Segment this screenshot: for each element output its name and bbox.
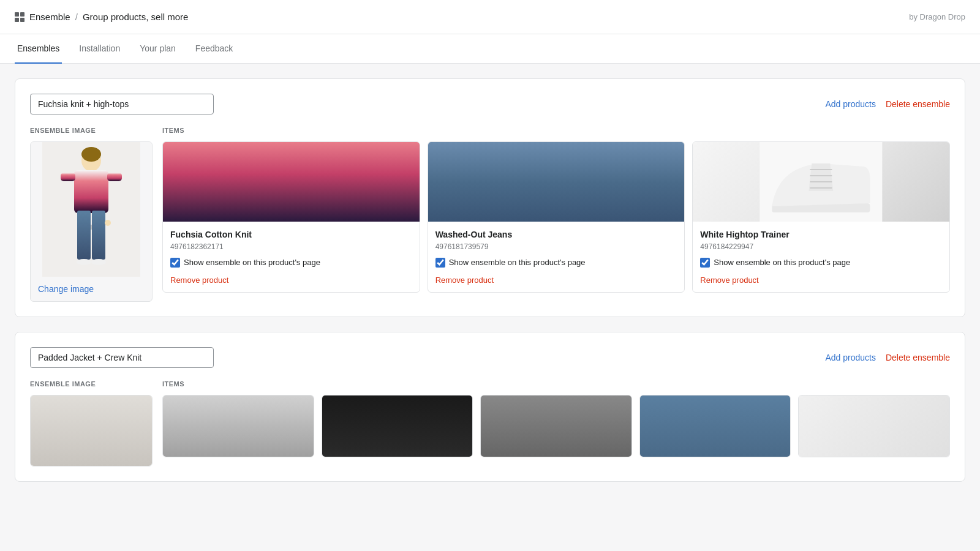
show-ensemble-checkbox-fuchsia-knit[interactable] <box>170 258 180 268</box>
tab-installation[interactable]: Installation <box>77 34 123 64</box>
delete-ensemble-button-2[interactable]: Delete ensemble <box>886 353 950 362</box>
svg-point-12 <box>91 259 106 265</box>
product-checkbox-row-jeans: Show ensemble on this product's page <box>435 257 677 268</box>
product-name-hightop: White Hightop Trainer <box>700 229 942 240</box>
partial-card-jacket <box>162 395 314 457</box>
grid-icon <box>15 12 24 22</box>
partial-card-bluejeans <box>639 395 791 457</box>
app-name: Ensemble <box>29 12 70 22</box>
change-image-link-1[interactable]: Change image <box>31 277 152 301</box>
ensemble-illustration-1 <box>42 142 140 277</box>
ensemble-name-input-2[interactable] <box>30 347 214 368</box>
svg-rect-10 <box>92 211 105 260</box>
delete-ensemble-button-1[interactable]: Delete ensemble <box>886 99 950 109</box>
partial-card-whiteshoe <box>798 395 950 457</box>
ensemble-header-2: Add products Delete ensemble <box>30 347 950 368</box>
partial-card-grey <box>480 395 632 457</box>
ensemble-image-2 <box>31 395 152 466</box>
product-checkbox-row-fuchsia-knit: Show ensemble on this product's page <box>170 257 412 268</box>
remove-product-button-jeans[interactable]: Remove product <box>435 276 494 285</box>
product-image-hightop <box>693 142 949 222</box>
product-name-fuchsia-knit: Fuchsia Cotton Knit <box>170 229 412 240</box>
breadcrumb-separator: / <box>75 12 78 22</box>
page-title: Group products, sell more <box>83 12 189 22</box>
ensemble-image-box-1: Change image <box>30 141 153 302</box>
items-section-1: ITEMS Fuchsia Cotton Knit 4976182362171 … <box>162 127 950 302</box>
show-ensemble-label-hightop[interactable]: Show ensemble on this product's page <box>714 257 850 268</box>
product-info-jeans: Washed-Out Jeans 4976181739579 Show ense… <box>428 222 685 292</box>
nav-tabs: Ensembles Installation Your plan Feedbac… <box>0 34 980 64</box>
ensemble-actions-2: Add products Delete ensemble <box>825 353 950 362</box>
partial-image-jacket <box>163 395 314 457</box>
ensemble-card-1: Add products Delete ensemble ENSEMBLE IM… <box>15 78 965 317</box>
remove-product-button-hightop[interactable]: Remove product <box>700 276 758 285</box>
tab-your-plan[interactable]: Your plan <box>137 34 178 64</box>
show-ensemble-checkbox-jeans[interactable] <box>435 258 445 268</box>
product-checkbox-row-hightop: Show ensemble on this product's page <box>700 257 942 268</box>
ensemble-header-1: Add products Delete ensemble <box>30 94 950 114</box>
ensemble-name-input-1[interactable] <box>30 94 214 114</box>
product-card-fuchsia-knit: Fuchsia Cotton Knit 4976182362171 Show e… <box>162 141 420 293</box>
show-ensemble-checkbox-hightop[interactable] <box>700 258 710 268</box>
product-id-fuchsia-knit: 4976182362171 <box>170 242 412 251</box>
tab-ensembles[interactable]: Ensembles <box>15 34 62 64</box>
ensemble-body-1: ENSEMBLE IMAGE <box>30 127 950 302</box>
main-content: Add products Delete ensemble ENSEMBLE IM… <box>0 64 980 497</box>
partial-image-whiteshoe <box>799 395 949 457</box>
product-name-jeans: Washed-Out Jeans <box>435 229 677 240</box>
items-grid-2 <box>162 395 950 457</box>
ensemble-image-section-1: ENSEMBLE IMAGE <box>30 127 153 302</box>
product-info-hightop: White Hightop Trainer 4976184229947 Show… <box>693 222 949 292</box>
ensemble-body-2: ENSEMBLE IMAGE ITEMS <box>30 380 950 467</box>
ensemble-image-box-2 <box>30 395 153 467</box>
svg-rect-8 <box>107 173 122 181</box>
ensemble-card-2: Add products Delete ensemble ENSEMBLE IM… <box>15 332 965 482</box>
show-ensemble-label-fuchsia-knit[interactable]: Show ensemble on this product's page <box>184 257 320 268</box>
ensemble-canvas-1 <box>31 142 152 277</box>
remove-product-button-fuchsia-knit[interactable]: Remove product <box>170 276 228 285</box>
svg-point-5 <box>81 147 101 162</box>
by-dragon-drop-label: by Dragon Drop <box>909 12 965 21</box>
product-id-jeans: 4976181739579 <box>435 242 677 251</box>
product-info-fuchsia-knit: Fuchsia Cotton Knit 4976182362171 Show e… <box>163 222 420 292</box>
partial-image-black <box>322 395 473 457</box>
add-products-button-2[interactable]: Add products <box>825 353 876 362</box>
add-products-button-1[interactable]: Add products <box>825 99 876 109</box>
product-image-fuchsia-knit <box>163 142 420 222</box>
show-ensemble-label-jeans[interactable]: Show ensemble on this product's page <box>449 257 586 268</box>
partial-card-black <box>322 395 473 457</box>
ensemble-image-section-2: ENSEMBLE IMAGE <box>30 380 153 467</box>
breadcrumb: Ensemble / Group products, sell more <box>15 12 188 22</box>
items-grid-1: Fuchsia Cotton Knit 4976182362171 Show e… <box>162 141 950 293</box>
product-card-jeans: Washed-Out Jeans 4976181739579 Show ense… <box>428 141 685 293</box>
top-header: Ensemble / Group products, sell more by … <box>0 0 980 34</box>
partial-image-grey <box>481 395 631 457</box>
svg-point-11 <box>77 259 91 265</box>
image-section-label-2: ENSEMBLE IMAGE <box>30 380 153 388</box>
product-id-hightop: 4976184229947 <box>700 242 942 251</box>
product-image-jeans <box>428 142 685 222</box>
product-card-hightop: White Hightop Trainer 4976184229947 Show… <box>692 141 950 293</box>
svg-point-13 <box>105 220 111 226</box>
svg-rect-6 <box>74 170 108 213</box>
items-section-2: ITEMS <box>162 380 950 467</box>
svg-rect-7 <box>61 173 75 181</box>
items-section-label-2: ITEMS <box>162 380 950 388</box>
tab-feedback[interactable]: Feedback <box>193 34 235 64</box>
items-section-label-1: ITEMS <box>162 127 950 134</box>
image-section-label-1: ENSEMBLE IMAGE <box>30 127 153 134</box>
ensemble-actions-1: Add products Delete ensemble <box>825 99 950 109</box>
svg-rect-9 <box>77 211 91 260</box>
partial-image-bluejeans <box>640 395 791 457</box>
hightop-illustration <box>693 142 949 222</box>
